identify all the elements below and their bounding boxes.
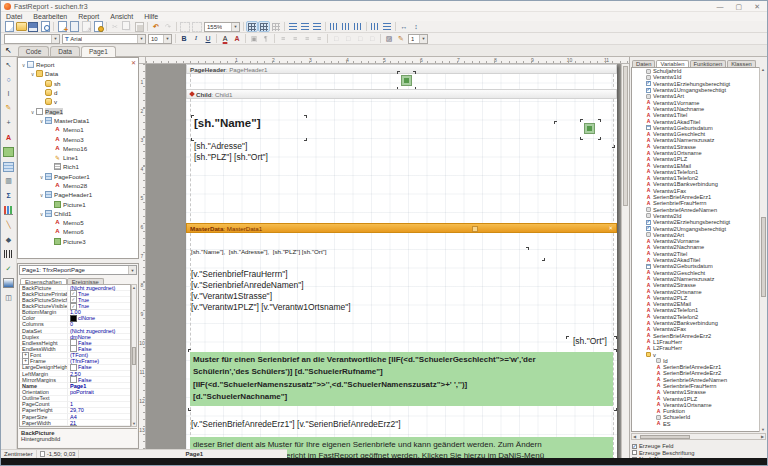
frame-color-button[interactable]: ✎ [395,33,407,44]
style-select[interactable]: ▼ [4,34,60,44]
chevron-down-icon[interactable]: ▼ [419,35,427,43]
delete-page-button[interactable] [80,21,92,32]
highlight-button[interactable]: A [231,33,243,44]
tree-item[interactable]: Report [18,60,138,69]
memo-md-address[interactable]: [sh."Name"], [sh."Adresse"], [sh."PLZ"] … [191,248,327,255]
variable-item[interactable]: ES [634,421,765,427]
object-selector[interactable]: Page1: TfrxReportPage ▼ [19,265,137,275]
new-report-button[interactable] [3,21,15,32]
data-panel-tab[interactable]: Daten [632,60,655,67]
same-width-button[interactable]: ↔ [398,21,410,32]
copy-button[interactable] [121,21,133,32]
tree-expander[interactable] [38,191,45,198]
property-row[interactable]: PrintIfEmpty True [20,426,130,427]
tree-item[interactable]: Picture1 [18,199,138,208]
scroll-left-icon[interactable]: ◀ [633,434,636,439]
option-checkbox-row[interactable]: Erzeuge Feld [632,443,765,450]
underline-button[interactable]: U [202,33,214,44]
tree-item[interactable]: Memo1 [18,125,138,134]
new-dialog-page-button[interactable] [68,21,80,32]
justify-text-button[interactable]: ≡ [313,33,325,44]
space-horizontally-button[interactable] [369,21,381,32]
text-object[interactable]: A [3,132,15,143]
scroll-down-icon[interactable]: ▼ [132,421,136,426]
memo-frau-herrn[interactable]: [v."SerienbriefFrauHerrn"] [191,269,288,279]
tree-item[interactable]: Memo5 [18,218,138,227]
minimize-icon[interactable]: — [717,2,724,11]
scroll-down-icon[interactable]: ▼ [761,427,765,432]
frame-type-button[interactable]: ▣ [248,33,260,44]
border-right-button[interactable]: □ [366,33,378,44]
new-page-button[interactable] [56,21,68,32]
scroll-up-icon[interactable]: ▲ [132,285,136,290]
font-select[interactable]: T Arial ▼ [62,34,146,44]
paste-button[interactable] [133,21,145,32]
picture-object[interactable] [3,147,15,158]
zoom-select[interactable]: 155% ▼ [204,22,240,32]
font-size-select[interactable]: 10 ▼ [148,34,172,44]
align-text-left-button[interactable]: ≡ [277,33,289,44]
save-report-button[interactable] [27,21,39,32]
align-middles-button[interactable] [340,21,352,32]
close-icon[interactable]: ✕ [131,59,136,66]
same-height-button[interactable]: ↕ [410,21,422,32]
pageheader-band-header[interactable]: PageHeader : PageHeader1 [186,64,617,74]
move-tool[interactable]: + [3,117,15,128]
scroll-up-icon[interactable]: ▲ [761,67,765,72]
tree-item[interactable]: Picture3 [18,237,138,246]
memo-anrede-erz[interactable]: [v."SerienBriefAnredeErz1"] [v."SerienBr… [191,419,401,429]
checkbox[interactable] [632,444,637,449]
show-grid-button[interactable] [246,21,258,32]
canvas-scrollbar[interactable] [621,64,629,458]
memo-sh-name[interactable]: [sh."Name"] [194,117,261,129]
band-close-icon[interactable]: ✕ [608,225,613,231]
tree-item[interactable]: v [18,97,138,106]
border-top-button[interactable]: □ [330,33,342,44]
memo-sh-adresse[interactable]: [sh."Adresse"] [194,141,247,151]
scroll-thumb[interactable] [132,347,136,365]
scroll-thumb[interactable] [640,435,690,439]
menu-item[interactable]: Bearbeiten [33,13,67,20]
menu-item[interactable]: Report [78,13,99,20]
page-tab[interactable]: Data [50,46,80,56]
band-object[interactable] [3,161,15,172]
barcode-object[interactable] [3,249,15,260]
cut-button[interactable]: ✂ [109,21,121,32]
chevron-down-icon[interactable]: ▼ [51,35,59,43]
fill-color-button[interactable]: ▨ [383,33,395,44]
tree-expander[interactable] [29,108,36,115]
align-centers-button[interactable] [299,21,311,32]
memo-plz-ortsname[interactable]: [v."Verantw1PLZ"] [v."Verantw1Ortsname"] [191,302,351,312]
variables-scrollbar[interactable]: ▲ ▼ [759,67,766,432]
chevron-down-icon[interactable]: ▼ [231,23,239,31]
italic-button[interactable]: I [190,33,202,44]
subreport-object[interactable]: ▥ [3,176,15,187]
scroll-thumb[interactable] [623,66,628,206]
undo-button[interactable]: ↶ [150,21,162,32]
picture1-object[interactable] [401,75,412,86]
scroll-right-icon[interactable]: ▶ [761,434,764,439]
align-text-center-button[interactable]: ≡ [289,33,301,44]
frame-width-select[interactable]: 1 ▼ [408,34,428,44]
child-band-header[interactable]: Child : Child1 [186,89,617,99]
tree-item[interactable]: MasterData1 [18,116,138,125]
tree-item[interactable]: d [18,88,138,97]
align-bottoms-button[interactable] [352,21,364,32]
select-tool[interactable]: ↖ [3,59,15,70]
group-button[interactable] [179,21,191,32]
sum-object[interactable]: Σ [3,190,15,201]
gradient-object[interactable] [3,278,15,289]
align-to-grid-button[interactable] [258,21,270,32]
report-page[interactable]: PageHeader : PageHeader1 Child : Child1 … [186,64,617,458]
scroll-thumb[interactable] [761,217,766,297]
shape-object[interactable]: ◆ [3,234,15,245]
tree-item[interactable]: Rich1 [18,162,138,171]
chevron-down-icon[interactable]: ▼ [137,35,145,43]
checkbox-object[interactable]: ✓ [3,263,15,274]
chart-object[interactable] [3,205,15,216]
tree-item[interactable]: Data [18,69,138,78]
format-painter-tool[interactable]: ✎ [3,103,15,114]
line-object[interactable]: ╲ [3,220,15,231]
masterdata-band-header[interactable]: MasterData : MasterData1 ✕ [186,223,617,233]
border-left-button[interactable]: □ [354,33,366,44]
